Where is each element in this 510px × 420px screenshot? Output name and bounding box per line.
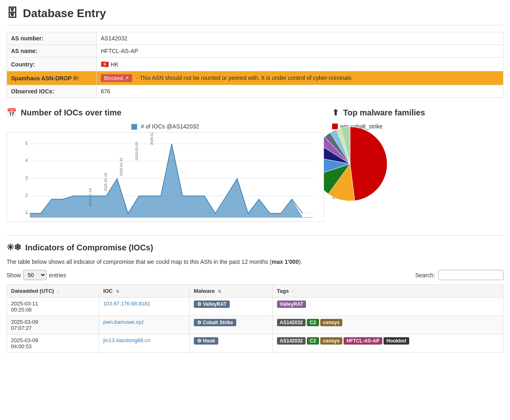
observed-iocs-row: Observed IOCs: 676 (7, 85, 503, 98)
tag-badge[interactable]: censys (320, 319, 343, 326)
svg-text:5: 5 (25, 141, 28, 146)
cell-ioc: pwn.bamuwe.xyz (99, 316, 189, 334)
legend-label: # of IOCs @AS142032 (141, 123, 199, 130)
as-number-row: AS number: AS142032 (7, 32, 503, 45)
spamhaus-value: Blocked ↗ - This ASN should not be rount… (97, 71, 503, 85)
tag-badge[interactable]: Hookbot (384, 337, 409, 345)
ioc-chart-container: 5 4 3 2 1 (7, 132, 324, 223)
cell-ioc: jin13.xiaodong88.cn (99, 334, 189, 353)
page-title-row: 🗄 Database Entry (7, 7, 503, 25)
ioc-link[interactable]: jin13.xiaodong88.cn (103, 337, 151, 343)
tag-badge[interactable]: C2 (307, 319, 319, 326)
svg-text:2025-02-03: 2025-02-03 (135, 142, 139, 161)
show-label: Show (7, 272, 21, 279)
svg-marker-11 (30, 144, 303, 217)
cell-date: 2025-03-09 07:07:27 (7, 316, 99, 334)
svg-text:3: 3 (25, 175, 28, 180)
ioc-section-title-row: ✳❄ Indicators of Compromise (IOCs) (7, 242, 503, 253)
external-link-icon: ↗ (124, 75, 129, 81)
ioc-table-header: Dateadded (UTC) IOC Malware Tags (7, 285, 503, 298)
tag-badge[interactable]: censys (320, 337, 343, 345)
chart-legend: # of IOCs @AS142032 (7, 123, 324, 130)
table-row: 2025-03-11 00:25:08103.97.176.68:8181⚙ V… (7, 298, 503, 316)
cell-tags: ValleyRAT (273, 298, 503, 316)
ioc-description: The table below shows all indicator of c… (7, 259, 503, 265)
svg-text:2025-01-25: 2025-01-25 (104, 173, 108, 192)
database-icon: 🗄 (7, 7, 18, 20)
col-ioc[interactable]: IOC (99, 285, 189, 298)
observed-iocs-label: Observed IOCs: (7, 85, 97, 98)
malware-badge[interactable]: ⚙ Hook (194, 337, 218, 345)
country-label: Country: (7, 57, 97, 71)
ioc-table: Dateadded (UTC) IOC Malware Tags 2025-03… (7, 284, 503, 353)
col-malware[interactable]: Malware (189, 285, 273, 298)
malware-badge[interactable]: ⚙ Cobalt Strike (194, 319, 236, 326)
upload-icon: ⬆ (332, 108, 339, 117)
entries-label: entries (49, 272, 66, 279)
ioc-chart-title: Number of IOCs over time (21, 108, 122, 117)
cell-malware: ⚙ Hook (189, 334, 273, 353)
as-number-label: AS number: (7, 32, 97, 45)
sort-dateadded-icon (57, 289, 59, 294)
svg-text:2: 2 (25, 193, 28, 198)
blocked-badge[interactable]: Blocked ↗ (101, 74, 132, 82)
table-row: 2025-03-09 04:00:53jin13.xiaodong88.cn⚙ … (7, 334, 503, 353)
malware-chart-section: ⬆ Top malware families win.cobalt_strike… (332, 108, 503, 223)
cell-tags: AS142032C2censys (273, 316, 503, 334)
observed-iocs-value: 676 (97, 85, 503, 98)
cell-date: 2025-03-11 00:25:08 (7, 298, 99, 316)
search-label: Search: (415, 272, 435, 279)
ioc-link[interactable]: pwn.bamuwe.xyz (103, 319, 144, 325)
cell-malware: ⚙ ValleyRAT (189, 298, 273, 316)
ioc-controls: Show 50 10 25 100 entries Search: (7, 270, 503, 280)
ioc-section: ✳❄ Indicators of Compromise (IOCs) The t… (7, 242, 503, 353)
spamhaus-label: Spamhaus ASN-DROP ®: (7, 71, 97, 85)
as-number-value: AS142032 (97, 32, 503, 45)
info-table: AS number: AS142032 AS name: HFTCL-AS-AP… (7, 32, 503, 98)
cell-ioc: 103.97.176.68:8181 (99, 298, 189, 316)
cell-date: 2025-03-09 04:00:53 (7, 334, 99, 353)
ioc-link[interactable]: 103.97.176.68:8181 (103, 301, 151, 307)
tag-badge[interactable]: AS142032 (277, 337, 306, 345)
calendar-icon: 📅 (7, 108, 17, 117)
legend-color-box (131, 124, 137, 130)
ioc-chart-section: 📅 Number of IOCs over time # of IOCs @AS… (7, 108, 324, 223)
spamhaus-description: - This ASN should not be rounted or peer… (136, 75, 351, 81)
tag-badge[interactable]: ValleyRAT (277, 301, 306, 308)
table-row: 2025-03-09 07:07:27pwn.bamuwe.xyz⚙ Cobal… (7, 316, 503, 334)
charts-row: 📅 Number of IOCs over time # of IOCs @AS… (7, 108, 503, 223)
ioc-section-divider (7, 235, 503, 236)
country-value: 🇭🇰HK (97, 57, 503, 71)
svg-text:4: 4 (25, 158, 28, 163)
show-select[interactable]: 50 10 25 100 (23, 270, 47, 280)
col-tags[interactable]: Tags (273, 285, 503, 298)
search-input[interactable] (438, 270, 503, 280)
ioc-section-title: Indicators of Compromise (IOCs) (25, 243, 153, 252)
cell-malware: ⚙ Cobalt Strike (189, 316, 273, 334)
svg-text:2025-02-08: 2025-02-08 (150, 132, 154, 145)
malware-chart-title: Top malware families (343, 108, 425, 117)
cell-tags: AS142032C2censysHFTCL-AS-APHookbot (273, 334, 503, 353)
as-name-row: AS name: HFTCL-AS-AP (7, 45, 503, 57)
tag-badge[interactable]: AS142032 (277, 319, 306, 326)
col-dateadded[interactable]: Dateadded (UTC) (7, 285, 99, 298)
spamhaus-row: Spamhaus ASN-DROP ®: Blocked ↗ - This AS… (7, 71, 503, 85)
tag-badge[interactable]: C2 (307, 337, 319, 345)
svg-text:2025-01-14: 2025-01-14 (88, 188, 92, 207)
malware-badge[interactable]: ⚙ ValleyRAT (194, 301, 230, 308)
flag-icon: 🇭🇰 (101, 61, 109, 68)
pie-wrapper: win.cobalt_strike unknown win.asyncrat w… (332, 123, 503, 205)
sort-ioc-icon (116, 289, 119, 294)
blocked-text: Blocked (104, 75, 123, 81)
svg-text:1: 1 (25, 210, 28, 215)
sort-malware-icon (218, 289, 221, 294)
as-name-label: AS name: (7, 45, 97, 57)
sort-tags-icon (292, 289, 294, 294)
svg-text:2025-01-31: 2025-01-31 (119, 157, 123, 176)
page-title: Database Entry (23, 7, 106, 20)
ioc-chart-title-row: 📅 Number of IOCs over time (7, 108, 324, 117)
virus-icon: ✳❄ (7, 242, 21, 253)
malware-chart-title-row: ⬆ Top malware families (332, 108, 503, 117)
ioc-svg-chart: 5 4 3 2 1 (7, 132, 324, 222)
tag-badge[interactable]: HFTCL-AS-AP (344, 337, 382, 345)
